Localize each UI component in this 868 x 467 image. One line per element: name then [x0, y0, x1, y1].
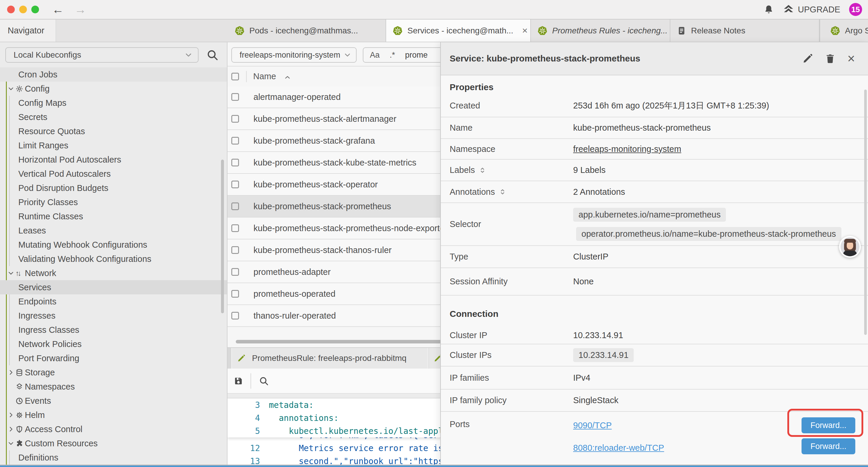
column-header-name[interactable]: Name	[253, 71, 276, 81]
sidebar-item-horizontal-pod-autoscalers[interactable]: Horizontal Pod Autoscalers	[0, 152, 227, 167]
sidebar-item-resource-quotas[interactable]: Resource Quotas	[0, 124, 227, 138]
edit-pencil-icon[interactable]	[802, 53, 813, 64]
row-checkbox[interactable]	[231, 181, 239, 188]
sort-toggle-icon[interactable]	[479, 167, 486, 174]
sidebar-item-config-maps[interactable]: Config Maps	[0, 96, 227, 110]
regex-toggle[interactable]: .*	[390, 51, 395, 60]
sidebar-item-runtime-classes[interactable]: Runtime Classes	[0, 209, 227, 224]
sidebar-item-events[interactable]: Events	[0, 394, 227, 408]
sidebar-item-validating-webhook-configurations[interactable]: Validating Webhook Configurations	[0, 252, 227, 266]
row-checkbox[interactable]	[231, 290, 239, 298]
tab-release-notes[interactable]: Release Notes	[670, 20, 819, 42]
tab-navigator[interactable]: Navigator	[0, 20, 56, 42]
notification-badge[interactable]: 15	[849, 3, 862, 16]
back-arrow-icon[interactable]: ←	[52, 4, 64, 16]
sidebar-item-priority-classes[interactable]: Priority Classes	[0, 195, 227, 209]
bell-icon[interactable]	[764, 4, 774, 14]
table-row-thanos-ruler-operated[interactable]: thanos-ruler-operated	[227, 305, 470, 327]
namespace-filter-dropdown[interactable]: freeleaps-monitoring-system	[231, 47, 356, 63]
chevron-down-icon[interactable]	[8, 270, 15, 276]
chevron-down-icon[interactable]	[8, 85, 15, 92]
sidebar-item-config[interactable]: Config	[0, 82, 227, 96]
sort-toggle-icon[interactable]	[499, 188, 506, 195]
sidebar-item-leases[interactable]: Leases	[0, 224, 227, 238]
sidebar-item-network[interactable]: ↑↓Network	[0, 266, 227, 280]
editor-search-icon[interactable]	[259, 376, 269, 386]
select-all-checkbox[interactable]	[231, 73, 239, 80]
table-row-kube-prometheus-stack-grafana[interactable]: kube-prometheus-stack-grafana	[227, 130, 470, 152]
sidebar-item-pod-disruption-budgets[interactable]: Pod Disruption Budgets	[0, 181, 227, 195]
yaml-editor[interactable]: 3metadata:4 annotations:5 kubectl.kubern…	[227, 399, 470, 465]
row-checkbox[interactable]	[231, 246, 239, 254]
sidebar-item-definitions[interactable]: Definitions	[0, 450, 227, 465]
sidebar-scrollbar[interactable]	[221, 159, 224, 313]
row-checkbox[interactable]	[231, 202, 239, 210]
chevron-right-icon[interactable]	[8, 426, 15, 432]
sort-ascending-icon[interactable]	[284, 74, 291, 81]
namespace-link[interactable]: freeleaps-monitoring-system	[573, 144, 681, 154]
chevron-right-icon[interactable]	[8, 412, 15, 418]
close-window-button[interactable]	[7, 6, 15, 13]
sidebar-search-icon[interactable]	[206, 49, 219, 61]
sidebar-item-storage[interactable]: Storage	[0, 365, 227, 380]
save-icon[interactable]	[234, 376, 243, 386]
tab-prometheus-rules-icecheng[interactable]: Prometheus Rules - icecheng...	[531, 20, 670, 42]
port-link-8080-reloader-web-tcp[interactable]: 8080:reloader-web/TCP	[573, 443, 664, 457]
table-row-alertmanager-operated[interactable]: alertmanager-operated	[227, 86, 470, 108]
table-row-kube-prometheus-stack-operator[interactable]: kube-prometheus-stack-operator	[227, 174, 470, 196]
forward-arrow-icon[interactable]: →	[74, 4, 86, 16]
sidebar-item-helm[interactable]: Helm	[0, 408, 227, 422]
row-checkbox[interactable]	[231, 312, 239, 320]
editor-tab-prometheusrule[interactable]: PrometheusRule: freeleaps-prod-rabbitmq	[231, 348, 428, 369]
kubeconfig-selector[interactable]: Local Kubeconfigs	[5, 47, 198, 63]
service-name: thanos-ruler-operated	[253, 311, 336, 321]
sidebar-item-access-control[interactable]: Access Control	[0, 422, 227, 436]
horizontal-scrollbar[interactable]	[236, 340, 470, 344]
detail-scrollbar[interactable]	[864, 90, 867, 335]
sidebar-item-port-forwarding[interactable]: Port Forwarding	[0, 351, 227, 365]
table-row-kube-prometheus-stack-prometheus[interactable]: kube-prometheus-stack-prometheus	[227, 196, 470, 217]
sidebar-item-namespaces[interactable]: Namespaces	[0, 380, 227, 394]
zoom-window-button[interactable]	[31, 6, 39, 13]
port-link-9090-tcp[interactable]: 9090/TCP	[573, 420, 664, 434]
sidebar-item-mutating-webhook-configurations[interactable]: Mutating Webhook Configurations	[0, 238, 227, 252]
row-checkbox[interactable]	[231, 137, 239, 145]
tab-argo-se[interactable]: Argo Se	[824, 20, 868, 42]
sidebar-item-cron-jobs[interactable]: Cron Jobs	[0, 67, 227, 82]
upgrade-button[interactable]: UPGRADE	[783, 4, 840, 16]
row-checkbox[interactable]	[231, 159, 239, 167]
tab-pods-icecheng-mathmas[interactable]: Pods - icecheng@mathmas...	[228, 20, 386, 42]
close-icon[interactable]: ×	[847, 52, 855, 65]
tab-services-icecheng-math[interactable]: Services - icecheng@math...×	[386, 20, 531, 42]
forward-button-9090-tcp[interactable]: Forward...	[802, 417, 855, 433]
minimize-window-button[interactable]	[19, 6, 27, 13]
table-row-kube-prometheus-stack-thanos-ruler[interactable]: kube-prometheus-stack-thanos-ruler	[227, 239, 470, 261]
sidebar-item-custom-resources[interactable]: Custom Resources	[0, 436, 227, 450]
table-row-kube-prometheus-stack-prometheus-node-exporter[interactable]: kube-prometheus-stack-prometheus-node-ex…	[227, 217, 470, 239]
table-row-prometheus-operated[interactable]: prometheus-operated	[227, 283, 470, 305]
sidebar-item-limit-ranges[interactable]: Limit Ranges	[0, 138, 227, 152]
sidebar-item-label: Network Policies	[18, 339, 82, 349]
forward-button-8080-reloader-web-tcp[interactable]: Forward...	[802, 438, 855, 454]
sidebar-item-ingress-classes[interactable]: Ingress Classes	[0, 323, 227, 337]
table-row-prometheus-adapter[interactable]: prometheus-adapter	[227, 261, 470, 283]
match-case-toggle[interactable]: Aa	[370, 51, 380, 60]
table-row-kube-prometheus-stack-alertmanager[interactable]: kube-prometheus-stack-alertmanager	[227, 108, 470, 130]
sidebar-item-ingresses[interactable]: Ingresses	[0, 309, 227, 323]
sidebar-item-network-policies[interactable]: Network Policies	[0, 337, 227, 351]
row-checkbox[interactable]	[231, 224, 239, 232]
row-checkbox[interactable]	[231, 93, 239, 101]
avatar[interactable]	[839, 236, 861, 258]
detail-row-created: Created253d 16h 6m ago (2025年1月13日 GMT+8…	[441, 95, 868, 117]
trash-icon[interactable]	[825, 53, 836, 64]
sidebar-item-secrets[interactable]: Secrets	[0, 110, 227, 124]
row-checkbox[interactable]	[231, 268, 239, 276]
row-checkbox[interactable]	[231, 115, 239, 123]
sidebar-item-vertical-pod-autoscalers[interactable]: Vertical Pod Autoscalers	[0, 167, 227, 181]
chevron-down-icon[interactable]	[8, 440, 15, 447]
close-icon[interactable]: ×	[522, 25, 528, 36]
sidebar-item-endpoints[interactable]: Endpoints	[0, 294, 227, 309]
table-row-kube-prometheus-stack-kube-state-metrics[interactable]: kube-prometheus-stack-kube-state-metrics	[227, 152, 470, 174]
chevron-right-icon[interactable]	[8, 369, 15, 376]
sidebar-item-services[interactable]: Services	[0, 280, 227, 294]
